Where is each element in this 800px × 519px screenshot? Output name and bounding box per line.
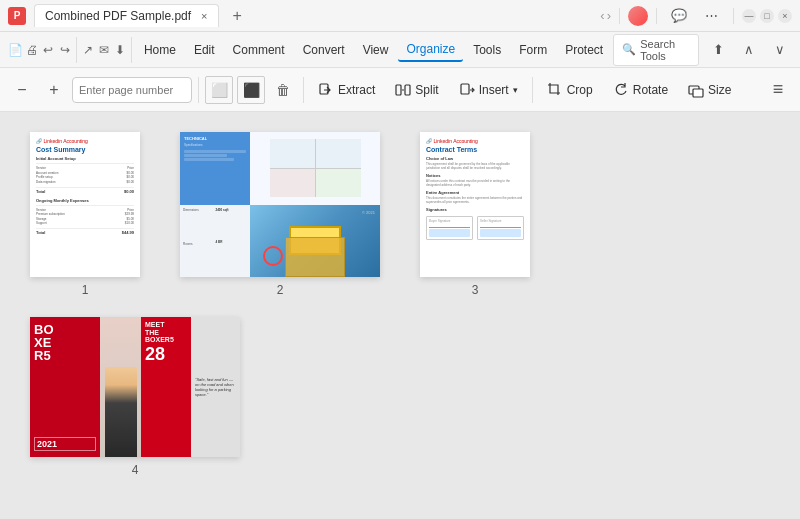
rotate-icon [613,82,629,98]
menu-comment[interactable]: Comment [225,39,293,61]
page3-text3: This document constitutes the entire agr… [426,196,524,204]
share-icon[interactable]: ↗ [80,36,94,64]
window-controls: ‹ › 💬 ⋯ — □ × [600,2,792,30]
upload-icon[interactable]: ⬆ [707,36,730,64]
search-tools-button[interactable]: 🔍 Search Tools [613,34,698,66]
extract-icon [318,82,334,98]
pages-row-1: 🔗 Linkedin Accounting Cost Summary Initi… [30,132,770,297]
menu-tools[interactable]: Tools [465,39,509,61]
page-card-2[interactable]: TECHNICAL Specifications [180,132,380,277]
page-card-3[interactable]: 🔗 Linkedin Accounting Contract Terms Cho… [420,132,530,277]
insert-icon [459,82,475,98]
rotate-button[interactable]: Rotate [605,78,676,102]
page4-meet-section: MEETTHEBOXER5 28 [141,317,191,457]
more-tools-button[interactable]: ≡ [764,76,792,104]
profile-icon[interactable] [628,6,648,26]
architecture-visual: TECHNICAL Specifications [180,132,380,277]
page4-year: 2021 [34,437,96,451]
title-tab: Combined PDF Sample.pdf × [34,4,219,27]
page4-quote-section: "Safe, fast and fun — on the road and wh… [191,317,240,457]
main-content: 🔗 Linkedin Accounting Cost Summary Initi… [0,112,800,519]
page-thumb-2: TECHNICAL Specifications [180,132,380,297]
menu-edit[interactable]: Edit [186,39,223,61]
menu-view[interactable]: View [355,39,397,61]
size-icon [688,82,704,98]
page-layout-icon2[interactable]: ⬛ [237,76,265,104]
search-icon: 🔍 [622,43,636,56]
extract-button[interactable]: Extract [310,78,383,102]
page-card-4[interactable]: BOXER5 2021 MEETTHEBOXER5 28 "Safe, fast… [30,317,240,457]
arch-specs-panel: Dimensions 2400 sqft Rooms 4 BR [180,205,250,278]
page1-section2: Ongoing Monthly Expenses [36,198,134,203]
menu-form[interactable]: Form [511,39,555,61]
zoom-out-button[interactable]: − [8,76,36,104]
menu-convert[interactable]: Convert [295,39,353,61]
title-bar-left: P Combined PDF Sample.pdf × + [8,4,600,27]
extract-label: Extract [338,83,375,97]
page3-text1: This agreement shall be governed by the … [426,162,524,170]
app-icon: P [8,7,26,25]
page-thumb-1: 🔗 Linkedin Accounting Cost Summary Initi… [30,132,140,297]
page1-title: Cost Summary [36,146,134,153]
page-number-input[interactable] [72,77,192,103]
page-number-1: 1 [82,283,89,297]
title-bar: P Combined PDF Sample.pdf × + ‹ › 💬 ⋯ — … [0,0,800,32]
split-icon [395,82,411,98]
page-layout-icon1[interactable]: ⬜ [205,76,233,104]
page-number-3: 3 [472,283,479,297]
page3-signatures: Buyer Signature Seller Signature [426,216,524,240]
svg-rect-1 [396,85,401,95]
arch-floor-plan [250,132,380,205]
page1-brand: 🔗 Linkedin Accounting [36,138,134,144]
insert-label: Insert [479,83,509,97]
split-label: Split [415,83,438,97]
nav-forward[interactable]: › [607,8,611,23]
minimize-button[interactable]: — [742,9,756,23]
page-card-1[interactable]: 🔗 Linkedin Accounting Cost Summary Initi… [30,132,140,277]
page3-section4: Signatures [426,207,524,212]
delete-page-icon[interactable]: 🗑 [269,76,297,104]
search-tools-label: Search Tools [640,38,689,62]
pages-row-2: BOXER5 2021 MEETTHEBOXER5 28 "Safe, fast… [30,317,770,477]
svg-rect-5 [693,89,703,97]
nav-up-icon[interactable]: ∧ [738,36,761,64]
menu-home[interactable]: Home [136,39,184,61]
page4-boxer-label: BOXER5 [34,323,96,362]
page3-title: Contract Terms [426,146,524,153]
menu-protect[interactable]: Protect [557,39,611,61]
page1-table1: ServicePrice Account creation$0.00 Profi… [36,166,134,184]
page4-person-image [100,317,141,457]
arch-blue-sidebar: TECHNICAL Specifications [180,132,250,205]
page3-text2: All notices under this contract must be … [426,179,524,187]
size-button[interactable]: Size [680,78,739,102]
nav-down-icon[interactable]: ∨ [769,36,792,64]
menu-dots-icon[interactable]: ⋯ [697,2,725,30]
page1-section1: Initial Account Setup [36,156,134,161]
crop-button[interactable]: Crop [539,78,601,102]
page4-number: 28 [145,344,187,365]
new-tab-button[interactable]: + [233,7,242,25]
split-button[interactable]: Split [387,78,446,102]
file-icon[interactable]: 📄 [8,36,23,64]
download-icon[interactable]: ⬇ [113,36,127,64]
menu-organize[interactable]: Organize [398,38,463,62]
page-number-2: 2 [277,283,284,297]
maximize-button[interactable]: □ [760,9,774,23]
undo-icon[interactable]: ↩ [41,36,55,64]
chat-icon[interactable]: 💬 [665,2,693,30]
insert-button[interactable]: Insert ▾ [451,78,526,102]
page3-brand: 🔗 Linkedin Accounting [426,138,524,144]
zoom-in-button[interactable]: + [40,76,68,104]
tab-close-button[interactable]: × [201,10,207,22]
crop-icon [547,82,563,98]
arch-photo: © 2021 [250,205,380,278]
redo-icon[interactable]: ↪ [58,36,72,64]
close-button[interactable]: × [778,9,792,23]
nav-back[interactable]: ‹ [600,8,604,23]
print-icon[interactable]: 🖨 [25,36,39,64]
page4-quote-text: "Safe, fast and fun — on the road and wh… [195,377,236,397]
insert-dropdown-icon: ▾ [513,85,518,95]
email-icon[interactable]: ✉ [97,36,111,64]
svg-rect-2 [405,85,410,95]
document-title: Combined PDF Sample.pdf [45,9,191,23]
